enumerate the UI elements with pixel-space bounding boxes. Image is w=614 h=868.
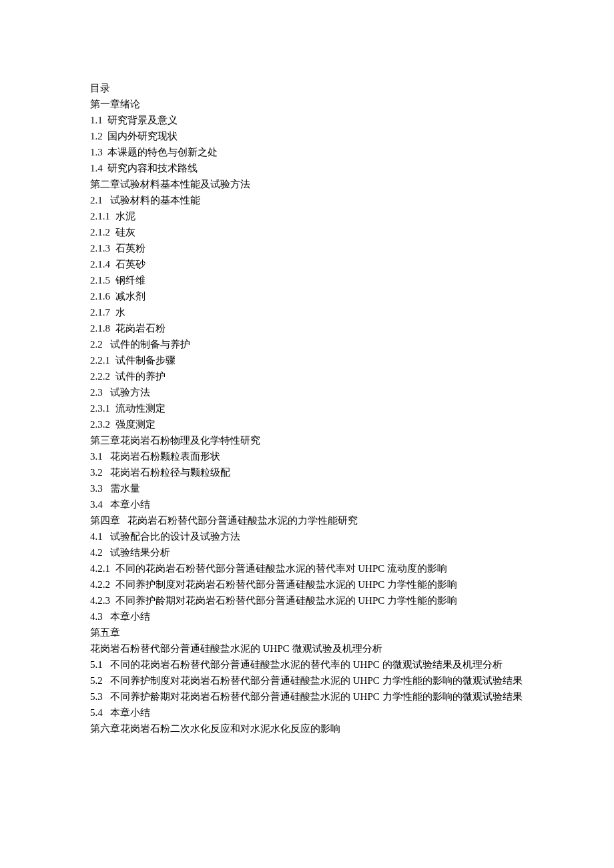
toc-line: 2.1.3 石英粉 [90, 240, 524, 256]
toc-line: 4.2.1 不同的花岗岩石粉替代部分普通硅酸盐水泥的替代率对 UHPC 流动度的… [90, 560, 524, 576]
toc-line: 5.2 不同养护制度对花岗岩石粉替代部分普通硅酸盐水泥的 UHPC 力学性能的影… [90, 673, 524, 689]
toc-line: 3.1 花岗岩石粉颗粒表面形状 [90, 448, 524, 464]
toc-line: 2.1.4 石英砂 [90, 256, 524, 272]
toc-line: 3.4 本章小结 [90, 496, 524, 512]
toc-line: 4.3 本章小结 [90, 608, 524, 624]
toc-line: 花岗岩石粉替代部分普通硅酸盐水泥的 UHPC 微观试验及机理分析 [90, 640, 524, 657]
toc-line: 第四章 花岗岩石粉替代部分普通硅酸盐水泥的力学性能研究 [90, 512, 524, 528]
toc-line: 第三章花岗岩石粉物理及化学特性研究 [90, 432, 524, 448]
document-page: 目录 第一章绪论1.1 研究背景及意义1.2 国内外研究现状1.3 本课题的特色… [90, 80, 524, 737]
toc-line: 第五章 [90, 624, 524, 640]
toc-line: 4.2.2 不同养护制度对花岗岩石粉替代部分普通硅酸盐水泥的 UHPC 力学性能… [90, 576, 524, 592]
toc-line: 1.3 本课题的特色与创新之处 [90, 144, 524, 160]
toc-line: 2.3.1 流动性测定 [90, 400, 524, 416]
toc-line: 第六章花岗岩石粉二次水化反应和对水泥水化反应的影响 [90, 721, 524, 737]
toc-line: 第一章绪论 [90, 96, 524, 112]
toc-line: 2.1.7 水 [90, 304, 524, 320]
toc-line: 2.1.6 减水剂 [90, 288, 524, 304]
toc-line: 2.3 试验方法 [90, 384, 524, 400]
toc-line: 2.1.2 硅灰 [90, 224, 524, 240]
toc-line: 5.4 本章小结 [90, 705, 524, 721]
toc-line: 4.2 试验结果分析 [90, 544, 524, 560]
toc-line: 2.2.2 试件的养护 [90, 368, 524, 384]
toc-line: 3.3 需水量 [90, 480, 524, 496]
toc-title: 目录 [90, 80, 524, 96]
toc-line: 2.1.1 水泥 [90, 208, 524, 224]
toc-line: 2.2.1 试件制备步骤 [90, 352, 524, 368]
toc-line: 3.2 花岗岩石粉粒径与颗粒级配 [90, 464, 524, 480]
toc-line: 2.1.8 花岗岩石粉 [90, 320, 524, 336]
toc-line: 2.1 试验材料的基本性能 [90, 192, 524, 208]
toc-line: 5.1 不同的花岗岩石粉替代部分普通硅酸盐水泥的替代率的 UHPC 的微观试验结… [90, 657, 524, 673]
toc-line: 2.1.5 钢纤维 [90, 272, 524, 288]
toc-body: 第一章绪论1.1 研究背景及意义1.2 国内外研究现状1.3 本课题的特色与创新… [90, 96, 524, 737]
toc-line: 5.3 不同养护龄期对花岗岩石粉替代部分普通硅酸盐水泥的 UHPC 力学性能的影… [90, 689, 524, 705]
toc-line: 1.4 研究内容和技术路线 [90, 160, 524, 176]
toc-line: 1.2 国内外研究现状 [90, 128, 524, 144]
toc-line: 第二章试验材料基本性能及试验方法 [90, 176, 524, 192]
toc-line: 4.2.3 不同养护龄期对花岗岩石粉替代部分普通硅酸盐水泥的 UHPC 力学性能… [90, 592, 524, 608]
toc-line: 2.3.2 强度测定 [90, 416, 524, 432]
toc-line: 2.2 试件的制备与养护 [90, 336, 524, 352]
toc-line: 1.1 研究背景及意义 [90, 112, 524, 128]
toc-line: 4.1 试验配合比的设计及试验方法 [90, 528, 524, 544]
